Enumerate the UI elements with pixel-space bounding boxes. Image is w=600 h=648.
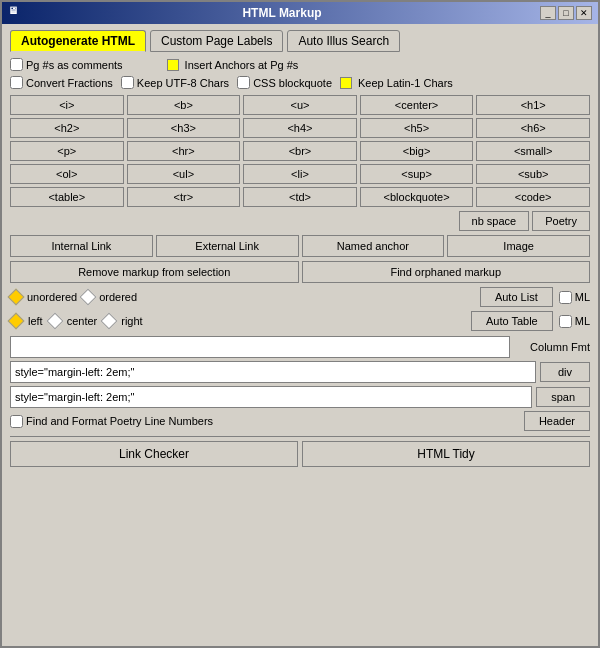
list-options: unordered ordered bbox=[10, 291, 474, 303]
ordered-label: ordered bbox=[99, 291, 137, 303]
span-style-input[interactable] bbox=[10, 386, 532, 408]
css-blockquote-input[interactable] bbox=[237, 76, 250, 89]
tag-h4[interactable]: <h4> bbox=[243, 118, 357, 138]
span-button[interactable]: span bbox=[536, 387, 590, 407]
yellow-checkbox-latin bbox=[340, 77, 352, 89]
tag-h6[interactable]: <h6> bbox=[476, 118, 590, 138]
tab-custom-page[interactable]: Custom Page Labels bbox=[150, 30, 283, 52]
tag-u[interactable]: <u> bbox=[243, 95, 357, 115]
poetry-button[interactable]: Poetry bbox=[532, 211, 590, 231]
tag-i[interactable]: <i> bbox=[10, 95, 124, 115]
find-orphaned-button[interactable]: Find orphaned markup bbox=[302, 261, 591, 283]
tag-grid: <i> <b> <u> <center> <h1> <h2> <h3> <h4>… bbox=[10, 95, 590, 207]
tag-table[interactable]: <table> bbox=[10, 187, 124, 207]
tag-sub[interactable]: <sub> bbox=[476, 164, 590, 184]
tag-row-3: <p> <hr> <br> <big> <small> bbox=[10, 141, 590, 161]
poetry-check[interactable]: Find and Format Poetry Line Numbers bbox=[10, 415, 213, 428]
checkbox-row-2: Convert Fractions Keep UTF-8 Chars CSS b… bbox=[10, 76, 590, 89]
window-content: Autogenerate HTML Custom Page Labels Aut… bbox=[2, 24, 598, 646]
css-blockquote-check[interactable]: CSS blockquote bbox=[237, 76, 332, 89]
poetry-checkbox[interactable] bbox=[10, 415, 23, 428]
tag-row-5: <table> <tr> <td> <blockquote> <code> bbox=[10, 187, 590, 207]
tag-small[interactable]: <small> bbox=[476, 141, 590, 161]
keep-utf8-input[interactable] bbox=[121, 76, 134, 89]
ml-list-input[interactable] bbox=[559, 291, 572, 304]
poetry-checkbox-label: Find and Format Poetry Line Numbers bbox=[26, 415, 213, 427]
external-link-button[interactable]: External Link bbox=[156, 235, 299, 257]
span-row: span bbox=[10, 386, 590, 408]
tag-p[interactable]: <p> bbox=[10, 141, 124, 161]
column-fmt-row: Column Fmt bbox=[10, 336, 590, 358]
center-align-icon bbox=[46, 313, 63, 330]
convert-fractions-check[interactable]: Convert Fractions bbox=[10, 76, 113, 89]
tag-h3[interactable]: <h3> bbox=[127, 118, 241, 138]
nb-space-button[interactable]: nb space bbox=[459, 211, 530, 231]
pg-comments-input[interactable] bbox=[10, 58, 23, 71]
close-button[interactable]: ✕ bbox=[576, 6, 592, 20]
link-checker-button[interactable]: Link Checker bbox=[10, 441, 298, 467]
auto-list-button[interactable]: Auto List bbox=[480, 287, 553, 307]
minimize-button[interactable]: _ bbox=[540, 6, 556, 20]
tag-sup[interactable]: <sup> bbox=[360, 164, 474, 184]
keep-utf8-check[interactable]: Keep UTF-8 Chars bbox=[121, 76, 229, 89]
maximize-button[interactable]: □ bbox=[558, 6, 574, 20]
tag-ol[interactable]: <ol> bbox=[10, 164, 124, 184]
tag-hr[interactable]: <hr> bbox=[127, 141, 241, 161]
column-fmt-input[interactable] bbox=[10, 336, 510, 358]
ml-table-input[interactable] bbox=[559, 315, 572, 328]
pg-comments-check[interactable]: Pg #s as comments bbox=[10, 58, 123, 71]
image-button[interactable]: Image bbox=[447, 235, 590, 257]
remove-markup-button[interactable]: Remove markup from selection bbox=[10, 261, 299, 283]
tag-center[interactable]: <center> bbox=[360, 95, 474, 115]
tag-b[interactable]: <b> bbox=[127, 95, 241, 115]
insert-anchors-check[interactable]: Insert Anchors at Pg #s bbox=[167, 59, 299, 71]
keep-latin1-check[interactable]: Keep Latin-1 Chars bbox=[340, 77, 453, 89]
css-blockquote-label: CSS blockquote bbox=[253, 77, 332, 89]
div-style-input[interactable] bbox=[10, 361, 536, 383]
html-tidy-button[interactable]: HTML Tidy bbox=[302, 441, 590, 467]
window-title: HTML Markup bbox=[24, 6, 540, 20]
named-anchor-button[interactable]: Named anchor bbox=[302, 235, 445, 257]
header-button[interactable]: Header bbox=[524, 411, 590, 431]
ml-table-label: ML bbox=[575, 315, 590, 327]
tag-code[interactable]: <code> bbox=[476, 187, 590, 207]
tag-blockquote[interactable]: <blockquote> bbox=[360, 187, 474, 207]
tag-row-4: <ol> <ul> <li> <sup> <sub> bbox=[10, 164, 590, 184]
auto-table-button[interactable]: Auto Table bbox=[471, 311, 553, 331]
title-bar: 🖥 HTML Markup _ □ ✕ bbox=[2, 2, 598, 24]
wide-buttons-row: Remove markup from selection Find orphan… bbox=[10, 261, 590, 283]
convert-fractions-input[interactable] bbox=[10, 76, 23, 89]
column-fmt-label: Column Fmt bbox=[510, 341, 590, 353]
tag-td[interactable]: <td> bbox=[243, 187, 357, 207]
tag-tr[interactable]: <tr> bbox=[127, 187, 241, 207]
main-window: 🖥 HTML Markup _ □ ✕ Autogenerate HTML Cu… bbox=[0, 0, 600, 648]
tab-auto-illus[interactable]: Auto Illus Search bbox=[287, 30, 400, 52]
tag-big[interactable]: <big> bbox=[360, 141, 474, 161]
checkbox-row-1: Pg #s as comments Insert Anchors at Pg #… bbox=[10, 58, 590, 71]
unordered-icon bbox=[8, 289, 25, 306]
separator bbox=[10, 436, 590, 437]
tag-li[interactable]: <li> bbox=[243, 164, 357, 184]
list-row: unordered ordered Auto List ML bbox=[10, 287, 590, 307]
convert-fractions-label: Convert Fractions bbox=[26, 77, 113, 89]
internal-link-button[interactable]: Internal Link bbox=[10, 235, 153, 257]
special-buttons-row: nb space Poetry bbox=[10, 211, 590, 231]
right-align-icon bbox=[101, 313, 118, 330]
yellow-checkbox-insert bbox=[167, 59, 179, 71]
pg-comments-label: Pg #s as comments bbox=[26, 59, 123, 71]
ml-table-check[interactable]: ML bbox=[559, 315, 590, 328]
tag-h1[interactable]: <h1> bbox=[476, 95, 590, 115]
div-button[interactable]: div bbox=[540, 362, 590, 382]
tag-row-1: <i> <b> <u> <center> <h1> bbox=[10, 95, 590, 115]
left-align-icon bbox=[8, 313, 25, 330]
title-bar-controls: _ □ ✕ bbox=[540, 6, 592, 20]
ml-list-check[interactable]: ML bbox=[559, 291, 590, 304]
link-buttons-row: Internal Link External Link Named anchor… bbox=[10, 235, 590, 257]
tag-ul[interactable]: <ul> bbox=[127, 164, 241, 184]
tag-h5[interactable]: <h5> bbox=[360, 118, 474, 138]
keep-latin1-label: Keep Latin-1 Chars bbox=[358, 77, 453, 89]
tag-h2[interactable]: <h2> bbox=[10, 118, 124, 138]
tab-autogenerate[interactable]: Autogenerate HTML bbox=[10, 30, 146, 52]
tag-br[interactable]: <br> bbox=[243, 141, 357, 161]
bottom-buttons-row: Link Checker HTML Tidy bbox=[10, 441, 590, 467]
